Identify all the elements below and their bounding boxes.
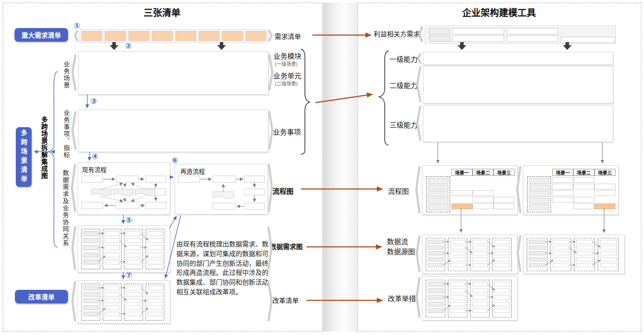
label-data-requirement: 数据需求图 xyxy=(270,242,303,251)
label-existing-flow: 现有流程 xyxy=(82,165,107,174)
label-capability-l2: 二级能力 xyxy=(390,80,418,90)
flow-cell xyxy=(472,197,494,203)
label-capability-l3: 三级能力 xyxy=(390,119,418,130)
label-reform-measures: 改革举措 xyxy=(388,293,416,303)
grid-cell xyxy=(246,31,266,41)
stakeholder-cell xyxy=(452,28,504,34)
scenario-header: 场景三 xyxy=(494,169,515,176)
existing-flow-box: 现有流程 xyxy=(78,162,170,215)
data-requirement-box xyxy=(78,225,170,273)
step-6: ⑥ xyxy=(172,156,178,165)
capability-l2-container xyxy=(423,66,613,103)
scenario-flow-box-2: 场景一场景二场景三 xyxy=(523,165,619,215)
capability-cell xyxy=(428,178,448,184)
capability-cell xyxy=(529,178,549,184)
dataflow-diagram-2 xyxy=(526,238,621,271)
capability-cell xyxy=(529,198,549,203)
badge-major-requirements: 重大需求清单 xyxy=(14,28,68,42)
flow-cell-highlight xyxy=(451,203,472,209)
label-requirement-list: 需求清单 xyxy=(275,32,301,41)
dataflow-box-2 xyxy=(523,235,625,274)
capability-cell xyxy=(428,185,448,190)
grid-cell xyxy=(129,31,149,41)
step-1: ① xyxy=(74,21,80,31)
reform-diagram-left xyxy=(81,283,167,321)
scenario-header: 场景二 xyxy=(472,169,494,176)
requirement-cells xyxy=(80,30,268,42)
label-reform-list: 改革清单 xyxy=(272,296,299,305)
flow-cell xyxy=(573,177,594,183)
stakeholder-cell xyxy=(429,28,450,34)
dataflow-diagram-1 xyxy=(426,238,514,271)
flow-cell xyxy=(573,197,594,203)
business-item-container xyxy=(78,110,268,152)
capability-cell xyxy=(428,198,448,203)
scenario-flow-box-1: 场景一场景二场景三 xyxy=(422,165,518,215)
badge-reform-list: 改革清单 xyxy=(15,290,68,303)
left-panel-title: 三张清单 xyxy=(3,5,322,18)
capability-l1-container xyxy=(423,52,613,65)
step-3: ③ xyxy=(90,96,97,106)
right-panel-title: 企业架构建模工具 xyxy=(358,5,640,18)
step-5: ⑤ xyxy=(125,215,132,225)
vlabel-decompose-integrate: 多跨场景拆解集成图 xyxy=(39,116,49,179)
flow-cell xyxy=(494,203,515,209)
label-capability-l1: 一级能力 xyxy=(390,53,418,64)
flow-cell-highlight xyxy=(594,203,615,209)
stakeholder-cell xyxy=(561,37,615,43)
label-dataflow-line1: 数据流 xyxy=(387,236,408,246)
dataflow-box-1 xyxy=(422,235,518,274)
process-description: 由现有流程梳理出数据需求、数据来源，谋划可集成的数据和可协同的部门产生创新活动，… xyxy=(176,239,272,297)
label-business-unit: 业务单元 xyxy=(273,70,301,81)
stakeholder-cell xyxy=(507,28,558,34)
flow-cell xyxy=(552,184,573,189)
reform-diagram-right xyxy=(426,279,514,318)
step-4: ④ xyxy=(92,152,98,161)
label-business-module: 业务模块 xyxy=(273,50,301,61)
label-flow-chart-right: 流程图 xyxy=(388,185,409,196)
label-flow-chart-left: 流程图 xyxy=(272,185,293,196)
label-stakeholder-requirements: 利益相关方需求 xyxy=(374,29,420,38)
panel-gap-shadow xyxy=(323,3,358,331)
scenario-header: 场景一 xyxy=(552,169,573,176)
redesigned-flow-box: 再造流程 xyxy=(175,164,268,214)
capability-cell xyxy=(529,204,549,210)
flow-cell xyxy=(594,184,615,189)
flow-cell xyxy=(451,190,472,196)
label-business-module-sub: (一级场景) xyxy=(275,60,297,67)
label-business-item: 业务事项 xyxy=(273,126,301,137)
document-shape xyxy=(213,192,234,199)
data-requirement-diagram xyxy=(81,228,167,270)
flow-cell xyxy=(573,203,594,209)
capability-cell xyxy=(529,185,549,190)
flow-cell xyxy=(552,197,573,203)
vlabel-data-collab: 数据需求及业务协同关系 xyxy=(61,170,70,247)
grid-cell xyxy=(152,31,172,41)
stakeholder-cell xyxy=(507,36,558,42)
label-redesigned-flow: 再造流程 xyxy=(180,167,205,175)
requirement-list-bar xyxy=(79,29,268,43)
grid-cell xyxy=(175,31,196,41)
capability-cell xyxy=(428,204,448,210)
reform-box-left xyxy=(78,280,170,324)
label-business-unit-sub: (二级场景) xyxy=(275,80,297,87)
business-scenario-container xyxy=(78,51,268,95)
label-dataflow-line2: 数据源图 xyxy=(387,246,415,257)
flow-cell xyxy=(472,190,494,196)
flow-cell xyxy=(594,190,615,196)
stakeholder-cell xyxy=(429,36,450,42)
vlabel-business-scenario: 业务场景 xyxy=(62,61,71,89)
reform-box-right xyxy=(422,276,518,321)
scenario-header: 场景一 xyxy=(451,169,472,176)
stakeholder-cell xyxy=(452,36,504,42)
flow-cell xyxy=(552,190,573,196)
capability-l3-container xyxy=(423,105,613,142)
grid-cell xyxy=(105,31,125,41)
flow-cell xyxy=(573,184,594,189)
grid-cell xyxy=(82,31,102,41)
capability-cell xyxy=(529,191,549,197)
vlabel-business-items-indicators: 业务事项、指标 xyxy=(62,110,71,159)
flow-cell xyxy=(494,197,515,203)
diagram-canvas: 三张清单 企业架构建模工具 重大需求清单 多跨场景清单 改革清单 ① ② ③ ④… xyxy=(0,0,644,335)
flow-cell xyxy=(472,203,494,209)
